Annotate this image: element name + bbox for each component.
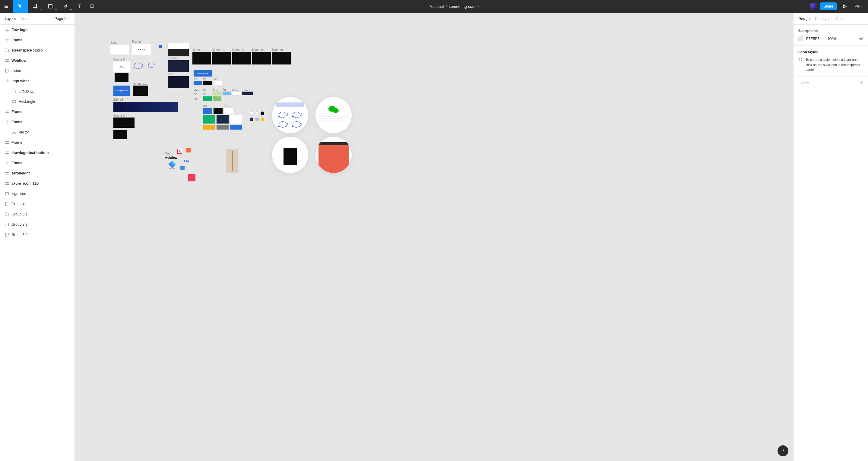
art-red-sq[interactable] [188, 174, 195, 182]
circle-preview-app1[interactable] [272, 137, 308, 173]
frame-label[interactable]: logo [111, 41, 117, 44]
layer-row[interactable]: Webflow [0, 56, 74, 66]
logo-x[interactable]: X [177, 149, 182, 154]
circle-preview-wechat[interactable] [315, 97, 352, 133]
layer-row[interactable]: Vector [0, 127, 74, 137]
color-opacity[interactable]: 100% [827, 37, 839, 41]
layer-row[interactable]: Group 3.1 [0, 209, 74, 219]
art-chip[interactable] [203, 115, 215, 124]
frame-label[interactable]: br... [203, 88, 208, 91]
art-chip[interactable] [230, 115, 242, 124]
elephant-icon[interactable] [147, 61, 156, 68]
tab-code[interactable]: Code [836, 17, 845, 21]
dot-row[interactable] [250, 118, 264, 121]
layer-row[interactable]: Group 4 [0, 199, 74, 209]
layer-row[interactable]: Frame [0, 137, 74, 147]
art-chip[interactable] [230, 125, 242, 130]
comment-tool[interactable] [86, 0, 98, 13]
present-button[interactable] [840, 0, 849, 13]
art-small-blue[interactable] [159, 45, 162, 48]
help-button[interactable]: ? [777, 445, 788, 456]
art-chip[interactable] [214, 108, 223, 114]
art-chip[interactable] [203, 96, 212, 101]
frame-label[interactable]: fig... [203, 77, 209, 81]
background-row[interactable]: E5E5E5 100% [798, 36, 863, 41]
art-black-small2[interactable] [114, 130, 127, 139]
art-tall[interactable] [226, 150, 238, 173]
canvas[interactable]: logo Frame lizhiPro... lizhi figma-tu...… [75, 13, 793, 461]
frame-label[interactable]: figma-tu... [252, 48, 266, 52]
layer-row[interactable]: Rectangle [0, 96, 74, 107]
frame-label[interactable]: lo... [203, 93, 208, 96]
color-swatch[interactable] [798, 36, 803, 41]
art-figma-card[interactable] [232, 52, 251, 64]
layer-row[interactable]: Group 3.2 [0, 230, 74, 240]
art-frame3[interactable] [114, 118, 134, 128]
move-tool[interactable] [13, 0, 28, 13]
frame-label[interactable]: figma-tu... [272, 48, 285, 52]
file-title-area[interactable]: Personal / something-cool [98, 4, 810, 9]
art-chip[interactable] [223, 92, 231, 95]
art-figma-card[interactable] [192, 52, 211, 64]
art-frame6[interactable]: 2019 [114, 62, 130, 72]
art-chip[interactable] [203, 125, 215, 130]
art-frame[interactable] [132, 44, 151, 55]
circle-preview-elephants[interactable] [272, 97, 308, 133]
frame-label[interactable]: fra... [194, 77, 200, 81]
frame-label[interactable]: in... [244, 88, 249, 91]
webflow-text[interactable]: webflow [165, 156, 177, 159]
zoom-dropdown[interactable]: 7% [852, 4, 865, 8]
art-lizhi-ad[interactable] [114, 102, 178, 112]
shape-tool[interactable] [43, 0, 58, 13]
art-chip[interactable] [242, 92, 253, 95]
art-chip[interactable] [213, 92, 221, 95]
art-chip[interactable] [203, 81, 212, 85]
text-tool[interactable] [73, 0, 86, 13]
dot-row[interactable] [250, 111, 264, 115]
menu-button[interactable] [0, 0, 13, 13]
frame-label[interactable]: be... [194, 93, 199, 96]
tab-layers[interactable]: Layers [5, 17, 16, 21]
frame-label[interactable]: figma-tu... [232, 48, 246, 52]
pen-tool[interactable] [58, 0, 73, 13]
layer-row[interactable]: Frame [0, 107, 74, 117]
logo-sq[interactable] [186, 148, 191, 153]
layer-row[interactable]: logo-white [0, 76, 74, 86]
frame-label[interactable]: figma-tu... [192, 48, 206, 52]
art-lizhipro[interactable] [168, 60, 189, 72]
tab-design[interactable]: Design [798, 17, 809, 21]
page-selector[interactable]: Page 1 [55, 17, 70, 21]
art-chip[interactable] [194, 81, 202, 85]
art-lizhi[interactable] [168, 76, 189, 88]
studio-text[interactable]: studio [168, 167, 175, 170]
art-black-small[interactable] [115, 73, 128, 82]
frame-label[interactable]: Frame [132, 40, 141, 43]
art-chip[interactable] [232, 92, 241, 95]
user-avatar[interactable] [810, 3, 817, 10]
add-export-button[interactable] [860, 81, 863, 86]
logo-sq2[interactable] [180, 166, 185, 170]
frame-label[interactable]: fra... [203, 104, 209, 107]
art-figma-card[interactable] [212, 52, 231, 64]
frame-tool[interactable] [28, 0, 43, 13]
frame-label[interactable]: We... [165, 152, 172, 155]
art-chip[interactable] [224, 108, 233, 114]
art-figma-card[interactable] [252, 52, 271, 64]
share-button[interactable]: Share [820, 2, 837, 10]
layer-row[interactable]: Group 11 [0, 86, 74, 96]
frame-label[interactable]: Frame 3 [114, 114, 125, 117]
art-chip[interactable] [217, 115, 228, 124]
art-chip[interactable] [217, 125, 228, 130]
layer-row[interactable]: Frame [0, 35, 74, 45]
frame-label[interactable]: br... [194, 88, 199, 91]
art-dailybrain[interactable]: DailyBrainGain [194, 70, 212, 76]
frame-label[interactable]: lizhi [168, 73, 173, 76]
art-logo[interactable] [111, 45, 129, 55]
frame-label[interactable]: figma-tu... [133, 82, 147, 85]
layer-row[interactable]: zeroheight [0, 168, 74, 178]
frame-label[interactable]: de... [214, 77, 219, 81]
layer-row[interactable]: drawlogo-text-bottom [0, 147, 74, 158]
art-chip[interactable] [214, 81, 222, 85]
frame-label[interactable]: fra... [224, 104, 230, 107]
visibility-toggle[interactable] [859, 36, 863, 41]
